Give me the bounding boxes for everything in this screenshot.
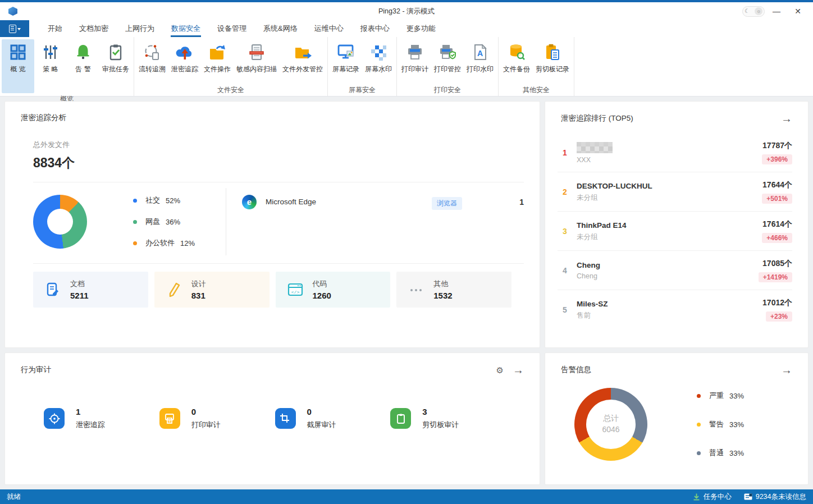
arrow-right-icon[interactable]: →: [781, 113, 792, 124]
chevron-down-icon: [17, 28, 21, 30]
ranking-row[interactable]: 1 XXX 17787个 +396%: [558, 133, 792, 172]
ribbon-item-screen-record[interactable]: 屏幕记录: [330, 39, 362, 84]
panel-leak-analysis: 泄密追踪分析 总外发文件 8834个 社交 52% 网盘 36%: [4, 101, 540, 348]
card-design[interactable]: 设计 831: [154, 272, 270, 308]
overview-grid-icon: [8, 43, 28, 62]
audit-item-screenshot-audit[interactable]: 0 截屏审计: [275, 407, 391, 430]
ribbon-item-leak-trace[interactable]: 泄密追踪: [168, 39, 201, 84]
ribbon-item-file-backup[interactable]: 文件备份: [500, 39, 533, 84]
tab-web-behavior[interactable]: 上网行为: [117, 20, 163, 37]
legend-dot: [697, 423, 701, 427]
file-backup-icon: [507, 43, 526, 62]
screen-record-icon: [336, 43, 355, 62]
file-operations-icon: [208, 43, 227, 62]
ribbon-item-policy[interactable]: 策 略: [34, 39, 67, 84]
panel-leak-ranking: 泄密追踪排行 (TOP5) → 1 XXX 17787个 +396% 2 DES…: [545, 101, 809, 348]
window-title: Ping32 - 演示模式: [0, 7, 813, 16]
policy-sliders-icon: [41, 43, 60, 62]
flow-trace-icon: [143, 43, 162, 62]
ranking-row[interactable]: 4 Cheng Cheng 17085个 +1419%: [558, 250, 792, 290]
target-icon: [44, 408, 65, 429]
card-code[interactable]: </> 代码 1260: [276, 272, 391, 308]
unread-messages[interactable]: 9234条未读信息: [744, 492, 806, 502]
total-files-value: 8834个: [33, 154, 524, 172]
tab-report-center[interactable]: 报表中心: [352, 20, 398, 37]
ranking-row[interactable]: 5 Miles-SZ 售前 17012个 +23%: [558, 290, 792, 329]
minimize-button[interactable]: —: [767, 4, 786, 19]
file-out-control-icon: [293, 43, 312, 62]
legend-item: 社交 52%: [133, 195, 195, 205]
ribbon-item-sensitive-scan[interactable]: 敏感内容扫描: [234, 39, 280, 84]
arrow-right-icon[interactable]: →: [513, 364, 524, 375]
audit-items: 1 泄密追踪 0 打印审计: [5, 380, 540, 430]
ranking-row[interactable]: 3 ThinkPad E14 未分组 17614个 +466%: [558, 211, 792, 250]
status-ready: 就绪: [7, 492, 21, 502]
legend-dot: [133, 199, 137, 203]
ribbon-item-approval-tasks[interactable]: 审批任务: [99, 39, 132, 84]
ribbon-item-file-operations[interactable]: 文件操作: [201, 39, 234, 84]
file-type-cards: 文档 5211 设计 831 </>: [33, 272, 511, 308]
sun-icon[interactable]: ☼: [755, 7, 762, 15]
app-count: 1: [462, 198, 524, 207]
delta-badge: +466%: [762, 233, 792, 243]
print-control-icon: [438, 43, 457, 62]
ranking-row[interactable]: 2 DESKTOP-LUCKHUL 未分组 17644个 +501%: [558, 172, 792, 211]
tab-ops-center[interactable]: 运维中心: [306, 20, 352, 37]
tab-data-security[interactable]: 数据安全: [163, 20, 209, 37]
top-app-row[interactable]: e Microsoft Edge 浏览器 1: [242, 188, 524, 255]
ribbon-item-flow-trace[interactable]: 流转追溯: [136, 39, 168, 84]
ribbon-item-print-audit[interactable]: 打印审计: [399, 39, 431, 84]
legend-dot: [697, 394, 701, 398]
legend-item: 普通 33%: [697, 448, 744, 458]
tab-device-mgmt[interactable]: 设备管理: [209, 20, 255, 37]
tab-doc-encrypt[interactable]: 文档加密: [71, 20, 117, 37]
ribbon-item-alerts[interactable]: 告 警: [67, 39, 99, 84]
download-icon: [693, 493, 700, 501]
task-center-button[interactable]: 任务中心: [693, 492, 732, 502]
legend-item: 网盘 36%: [133, 217, 195, 227]
close-button[interactable]: ✕: [788, 4, 807, 19]
ribbon-item-print-watermark[interactable]: A 打印水印: [464, 39, 496, 84]
legend-item: 警告 33%: [697, 419, 744, 429]
ribbon-item-screen-watermark[interactable]: 屏幕水印: [362, 39, 395, 84]
message-icon: [744, 493, 752, 500]
tab-start[interactable]: 开始: [39, 20, 71, 37]
panel-title: 泄密追踪分析: [21, 113, 66, 123]
ribbon-group-label: 屏幕安全: [330, 84, 395, 98]
clipboard-record-icon: [543, 43, 562, 62]
legend-dot: [697, 451, 701, 455]
alerts-legend: 严重 33% 警告 33% 普通 33%: [697, 391, 744, 458]
delta-badge: +396%: [762, 154, 792, 164]
arrow-right-icon[interactable]: →: [781, 364, 792, 375]
panel-title: 泄密追踪排行 (TOP5): [561, 113, 633, 123]
alert-bell-icon: [74, 43, 93, 62]
delta-badge: +501%: [762, 194, 792, 204]
ribbon-item-clipboard-record[interactable]: 剪切板记录: [533, 39, 572, 84]
audit-item-leak-trace[interactable]: 1 泄密追踪: [44, 407, 159, 430]
leak-trace-cloud-icon: [175, 43, 194, 62]
ribbon-item-file-out-control[interactable]: 文件外发管控: [280, 39, 326, 84]
ribbon-item-print-control[interactable]: 打印管控: [431, 39, 464, 84]
ribbon-group-label: 文件安全: [136, 84, 326, 98]
total-files-label: 总外发文件: [33, 140, 524, 150]
delta-badge: +1419%: [759, 272, 792, 282]
audit-item-clipboard-audit[interactable]: 3 剪切板审计: [390, 407, 506, 430]
ribbon-item-overview[interactable]: 概 览: [2, 39, 34, 93]
tab-more-features[interactable]: 更多功能: [398, 20, 444, 37]
moon-icon[interactable]: ☾: [745, 8, 750, 14]
audit-item-print-audit[interactable]: 0 打印审计: [159, 407, 275, 430]
sensitive-scan-icon: [247, 43, 266, 62]
ribbon-group-screen-security: 屏幕记录 屏幕水印 屏幕安全: [328, 37, 397, 96]
card-docs[interactable]: 文档 5211: [33, 272, 148, 308]
ribbon-toolbar: 概 览 策 略 告 警: [0, 37, 813, 97]
theme-toggle[interactable]: ☾ ☼: [742, 6, 765, 17]
printer-icon: [159, 408, 180, 429]
gear-icon[interactable]: ⚙: [496, 366, 504, 374]
main-menu-button[interactable]: [0, 20, 29, 37]
card-other[interactable]: 其他 1532: [396, 272, 511, 308]
ribbon-group-overview: 概 览 策 略 告 警: [0, 37, 134, 96]
code-window-icon: </>: [286, 282, 305, 297]
leak-channel-donut-chart: [33, 195, 87, 249]
tab-system-network[interactable]: 系统&网络: [255, 20, 306, 37]
alerts-total-value: 6046: [602, 424, 619, 436]
